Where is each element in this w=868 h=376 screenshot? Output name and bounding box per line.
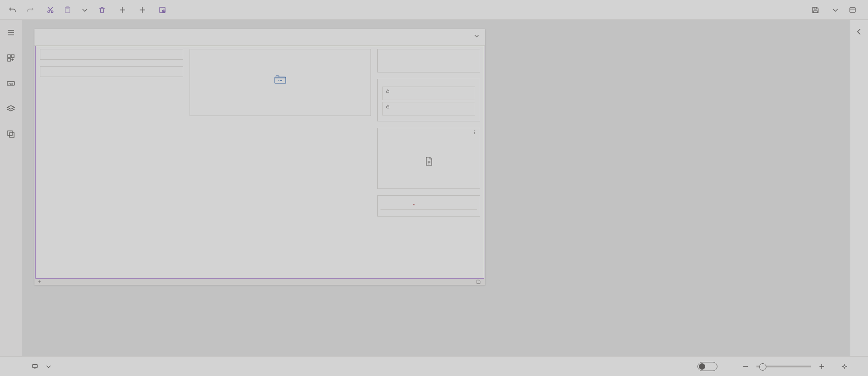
grid-plus-icon [6, 53, 15, 63]
save-button[interactable] [808, 3, 825, 17]
section-title [43, 52, 180, 56]
redo-icon [26, 6, 34, 14]
business-phone-field[interactable] [382, 102, 475, 116]
svg-point-0 [48, 11, 49, 13]
svg-point-20 [474, 130, 475, 131]
fit-icon [841, 363, 848, 370]
svg-point-1 [51, 11, 53, 13]
save-icon [812, 6, 819, 14]
rail-libraries[interactable] [4, 127, 18, 141]
paste-menu-button[interactable] [78, 3, 92, 17]
zoom-out-button[interactable] [741, 362, 750, 371]
svg-point-16 [278, 80, 279, 81]
delete-button[interactable] [95, 3, 109, 17]
switch-to-classic-button[interactable] [175, 3, 182, 17]
undo-button[interactable] [5, 3, 20, 17]
folder-icon [274, 74, 287, 85]
svg-point-21 [474, 132, 475, 132]
svg-point-15 [280, 80, 281, 81]
trash-icon [98, 6, 106, 14]
required-indicator: * [411, 203, 417, 207]
primary-contact-value [380, 83, 477, 85]
right-rail [850, 20, 868, 356]
expand-properties-button[interactable] [855, 27, 864, 38]
lock-icon [385, 104, 390, 109]
chevron-down-icon[interactable] [45, 363, 52, 370]
monitor-icon [32, 363, 38, 370]
primary-contact-card[interactable] [377, 79, 480, 121]
publish-button[interactable] [845, 3, 863, 17]
canvas[interactable]: * [22, 20, 850, 356]
abc-icon: Abc [6, 79, 15, 88]
section-address[interactable] [40, 66, 183, 77]
fit-to-screen-button[interactable] [839, 361, 850, 372]
paste-button[interactable] [60, 3, 75, 17]
section-account-information[interactable] [40, 49, 183, 60]
status-bar [0, 356, 868, 376]
zoom-in-button[interactable] [817, 362, 826, 371]
cut-button[interactable] [43, 3, 58, 17]
rail-tree[interactable] [4, 101, 18, 116]
clipboard-icon [64, 6, 71, 14]
document-icon [425, 157, 433, 166]
chevron-down-icon[interactable] [473, 33, 480, 39]
more-vertical-icon[interactable] [473, 130, 477, 135]
rail-fields[interactable]: Abc [4, 76, 18, 91]
contacts-section[interactable] [377, 128, 480, 189]
lock-icon [385, 89, 390, 93]
save-icon[interactable] [476, 280, 481, 284]
undo-icon [9, 6, 16, 14]
svg-point-24 [844, 366, 845, 367]
left-rail: Abc [0, 20, 22, 356]
chevron-down-icon [81, 6, 88, 14]
svg-point-17 [281, 80, 282, 81]
form-settings-button[interactable] [155, 3, 172, 17]
svg-rect-9 [8, 58, 10, 61]
form-tabs [34, 41, 485, 46]
add-form-field-button[interactable] [115, 3, 132, 17]
add-component-button[interactable] [135, 3, 152, 17]
rail-hamburger[interactable] [4, 25, 18, 40]
minus-icon [742, 363, 749, 370]
stacked-icon [6, 130, 15, 139]
svg-rect-19 [387, 106, 389, 108]
expand-icon[interactable] [37, 280, 42, 284]
plus-icon [119, 6, 126, 14]
chevron-left-icon [855, 27, 864, 36]
scissors-icon [47, 6, 54, 14]
redo-button[interactable] [23, 3, 37, 17]
form-footer [34, 279, 485, 285]
error-card[interactable] [377, 49, 480, 72]
form-header[interactable] [34, 29, 485, 41]
email-field[interactable] [382, 87, 475, 100]
svg-point-22 [474, 134, 475, 134]
layers-icon [6, 104, 15, 113]
new-section[interactable]: * [377, 195, 480, 217]
timeline-section[interactable] [190, 49, 371, 116]
new-section-title [380, 198, 477, 201]
svg-rect-8 [11, 55, 14, 58]
plus-icon [139, 6, 146, 14]
show-hidden-toggle[interactable] [697, 362, 717, 371]
svg-rect-6 [850, 8, 855, 12]
publish-icon [849, 6, 856, 14]
hamburger-icon [6, 28, 15, 37]
rail-components[interactable] [4, 51, 18, 65]
section-title [43, 69, 180, 73]
save-menu-button[interactable] [828, 3, 843, 17]
svg-rect-7 [8, 55, 10, 58]
svg-rect-18 [387, 91, 389, 92]
form-body[interactable]: * [35, 46, 484, 279]
zoom-slider[interactable] [756, 366, 811, 367]
svg-rect-13 [10, 133, 14, 137]
form-settings-icon [159, 6, 166, 14]
chevron-down-icon [832, 6, 839, 14]
svg-rect-23 [33, 364, 38, 367]
field-row[interactable]: * [380, 201, 477, 210]
plus-icon [818, 363, 825, 370]
svg-text:Abc: Abc [9, 82, 13, 85]
command-bar [0, 0, 868, 20]
form-preview[interactable]: * [34, 29, 485, 285]
svg-rect-12 [8, 131, 12, 135]
